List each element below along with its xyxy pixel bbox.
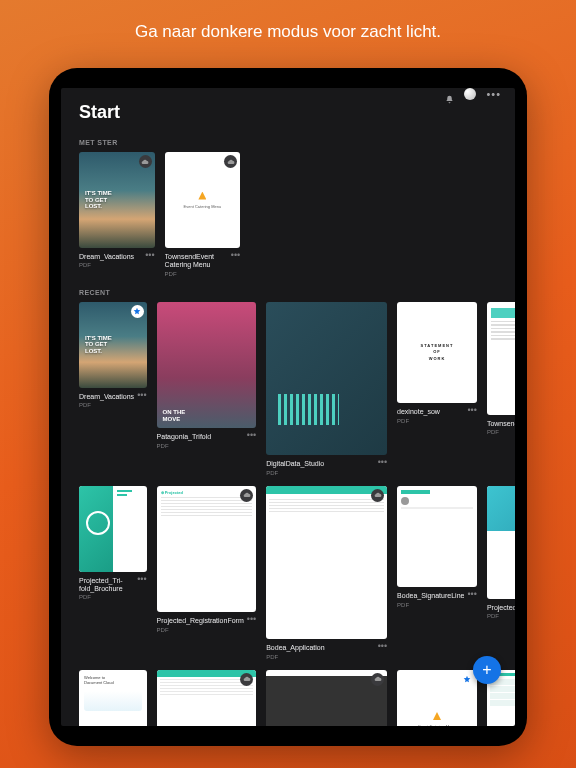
cloud-badge-icon (240, 489, 253, 502)
document-type: PDF (266, 469, 374, 476)
document-type: PDF (397, 417, 464, 424)
cloud-badge-icon (240, 673, 253, 686)
document-thumbnail[interactable] (397, 486, 477, 587)
document-card[interactable]: Event Catering MenuTownsendEvent Caterin… (165, 152, 241, 277)
document-more-icon[interactable]: ••• (247, 433, 256, 438)
document-type: PDF (157, 442, 244, 449)
document-card[interactable]: Bodea_ApplicationPDF••• (266, 486, 387, 660)
document-type: PDF (79, 401, 134, 408)
document-type: PDF (157, 626, 244, 633)
page-title: Start (61, 100, 515, 133)
document-card[interactable]: Welcome toDocument CloudWelcomePDF••• (79, 670, 147, 726)
document-thumbnail[interactable] (79, 486, 147, 572)
document-thumbnail[interactable]: IT'S TIMETO GETLOST. (79, 302, 147, 388)
document-card[interactable]: B2C_Contract_04162018PDF••• (157, 670, 257, 726)
document-type: PDF (487, 612, 515, 619)
document-title: Bodea_Application (266, 644, 374, 652)
star-badge-icon (461, 673, 474, 686)
document-title: Projected_Tri-fold_Brochure (79, 577, 134, 594)
starred-grid: IT'S TIMETO GETLOST.Dream_VacationsPDF••… (61, 152, 515, 277)
document-type: PDF (79, 593, 134, 600)
document-thumbnail[interactable]: STATEMENTOFWORK (397, 302, 477, 403)
document-thumbnail[interactable] (157, 670, 257, 726)
document-card[interactable]: Bodea_SignatureLinePDF••• (397, 486, 477, 660)
document-type: PDF (165, 270, 228, 277)
document-title: Projected_RegistrationForm (157, 617, 244, 625)
add-button[interactable]: + (473, 656, 501, 684)
document-thumbnail[interactable] (266, 486, 387, 640)
document-more-icon[interactable]: ••• (231, 253, 240, 258)
document-card[interactable]: Townsend_ContractPDF••• (487, 302, 515, 476)
document-title: Townsend_Contract (487, 420, 515, 428)
document-more-icon[interactable]: ••• (137, 393, 146, 398)
section-recent-header: RECENT (61, 277, 515, 302)
recent-grid: IT'S TIMETO GETLOST.Dream_VacationsPDF••… (61, 302, 515, 726)
document-card[interactable]: Projected_Blog_WebsitePDF••• (487, 486, 515, 660)
document-card[interactable]: Event Catering MenuTownsendEvent Caterin… (397, 670, 477, 726)
app-screen: ••• Start MET STER IT'S TIMETO GETLOST.D… (61, 88, 515, 726)
document-title: Projected_Blog_Website (487, 604, 515, 612)
document-type: PDF (266, 653, 374, 660)
document-card[interactable]: Projected_Tri-fold_BrochurePDF••• (79, 486, 147, 660)
top-bar: ••• (61, 88, 515, 100)
promo-headline: Ga naar donkere modus voor zacht licht. (0, 0, 576, 42)
document-card[interactable]: DigitalData_StudioPDF••• (266, 302, 387, 476)
document-title: TownsendEvent Catering Menu (165, 253, 228, 270)
document-title: dexinote_sow (397, 408, 464, 416)
document-thumbnail[interactable] (266, 302, 387, 456)
cloud-badge-icon (371, 673, 384, 686)
document-thumbnail[interactable]: IT'S TIMETO GETLOST. (79, 152, 155, 248)
document-type: PDF (79, 261, 142, 268)
avatar[interactable] (464, 88, 476, 100)
star-badge-icon (131, 305, 144, 318)
document-card[interactable]: Adobe_DC_WebMockup_DexinotePDF••• (266, 670, 387, 726)
document-title: Dream_Vacations (79, 393, 134, 401)
document-type: PDF (397, 601, 464, 608)
cloud-badge-icon (139, 155, 152, 168)
document-thumbnail[interactable] (487, 486, 515, 599)
document-card[interactable]: ON THEMOVEPatagonia_TrifoldPDF••• (157, 302, 257, 476)
document-thumbnail[interactable]: ⊕ Projected (157, 486, 257, 613)
bell-icon[interactable] (445, 90, 454, 99)
document-thumbnail[interactable] (266, 670, 387, 726)
document-title: Bodea_SignatureLine (397, 592, 464, 600)
document-thumbnail[interactable]: Event Catering Menu (165, 152, 241, 248)
document-more-icon[interactable]: ••• (378, 644, 387, 649)
document-title: DigitalData_Studio (266, 460, 374, 468)
document-thumbnail[interactable]: ON THEMOVE (157, 302, 257, 429)
document-type: PDF (487, 428, 515, 435)
section-starred-header: MET STER (61, 133, 515, 152)
document-more-icon[interactable]: ••• (247, 617, 256, 622)
cloud-badge-icon (224, 155, 237, 168)
document-more-icon[interactable]: ••• (467, 592, 476, 597)
document-more-icon[interactable]: ••• (378, 460, 387, 465)
document-card[interactable]: IT'S TIMETO GETLOST.Dream_VacationsPDF••… (79, 302, 147, 476)
cloud-badge-icon (371, 489, 384, 502)
document-thumbnail[interactable] (487, 302, 515, 415)
document-more-icon[interactable]: ••• (467, 408, 476, 413)
document-more-icon[interactable]: ••• (137, 577, 146, 582)
document-more-icon[interactable]: ••• (145, 253, 154, 258)
document-thumbnail[interactable]: Event Catering Menu (397, 670, 477, 726)
more-icon[interactable]: ••• (486, 88, 501, 100)
document-card[interactable]: IT'S TIMETO GETLOST.Dream_VacationsPDF••… (79, 152, 155, 277)
tablet-frame: ••• Start MET STER IT'S TIMETO GETLOST.D… (49, 68, 527, 746)
document-card[interactable]: ⊕ ProjectedProjected_RegistrationFormPDF… (157, 486, 257, 660)
document-title: Dream_Vacations (79, 253, 142, 261)
document-thumbnail[interactable]: Welcome toDocument Cloud (79, 670, 147, 726)
document-title: Patagonia_Trifold (157, 433, 244, 441)
document-card[interactable]: STATEMENTOFWORKdexinote_sowPDF••• (397, 302, 477, 476)
